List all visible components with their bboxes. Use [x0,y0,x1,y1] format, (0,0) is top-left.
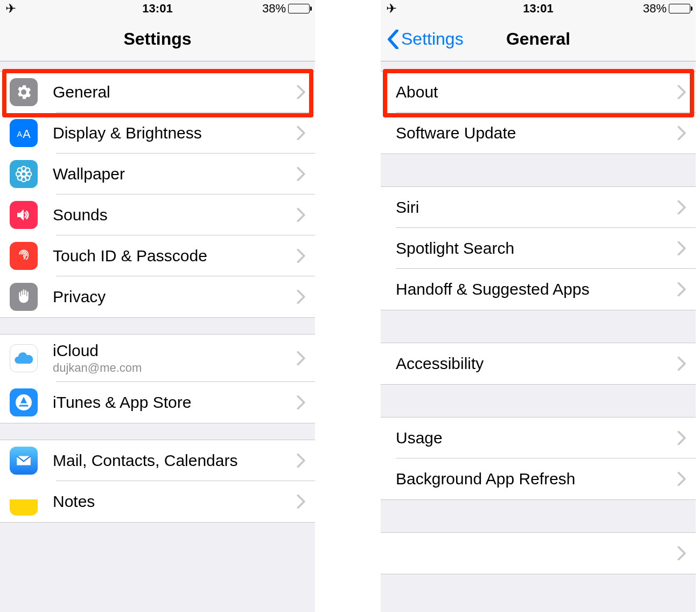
row-bg-refresh[interactable]: Background App Refresh [381,458,696,499]
row-siri[interactable]: Siri [381,187,696,228]
chevron-right-icon [677,85,686,99]
chevron-right-icon [297,208,305,222]
row-mail[interactable]: Mail, Contacts, Calendars [0,440,315,481]
airplane-mode-icon: ✈︎ [386,1,397,16]
nav-bar: Settings [0,17,315,61]
row-appstore[interactable]: iTunes & App Store [0,382,315,423]
row-label: Spotlight Search [396,239,677,258]
general-group-2: Siri Spotlight Search Handoff & Suggeste… [381,186,696,310]
battery-icon [288,4,310,13]
status-bar: ✈︎ 13:01 38% [381,0,696,17]
row-spotlight[interactable]: Spotlight Search [381,228,696,269]
battery-percentage: 38% [643,2,667,16]
notes-icon [10,488,38,516]
chevron-right-icon [677,431,686,445]
chevron-right-icon [677,200,686,214]
row-software-update[interactable]: Software Update [381,113,696,154]
row-privacy[interactable]: Privacy [0,276,315,317]
chevron-right-icon [297,126,305,140]
general-group-4: Usage Background App Refresh [381,417,696,500]
airplane-mode-icon: ✈︎ [5,1,16,16]
settings-screen: ✈︎ 13:01 38% Settings General AA Display [0,0,317,612]
row-notes[interactable]: Notes [0,481,315,522]
row-label: About [396,83,677,101]
status-time: 13:01 [523,2,553,16]
svg-text:A: A [23,127,31,141]
chevron-right-icon [297,290,305,304]
speaker-icon [10,201,38,229]
chevron-right-icon [677,546,686,560]
settings-group-1: General AA Display & Brightness Wallpape… [0,71,315,318]
row-display[interactable]: AA Display & Brightness [0,113,315,154]
gear-icon [10,78,38,106]
general-group-5 [381,532,696,574]
svg-point-2 [22,172,26,177]
row-touchid[interactable]: Touch ID & Passcode [0,235,315,276]
row-blank[interactable] [381,533,696,574]
chevron-right-icon [297,249,305,263]
chevron-right-icon [297,495,305,509]
row-about[interactable]: About [381,72,696,113]
flower-icon [10,160,38,188]
back-button[interactable]: Settings [387,29,464,49]
row-label: Siri [396,198,677,217]
settings-group-3: Mail, Contacts, Calendars Notes [0,440,315,523]
row-label: Software Update [396,124,677,142]
row-handoff[interactable]: Handoff & Suggested Apps [381,269,696,310]
mail-icon [10,447,38,475]
chevron-right-icon [677,282,686,296]
row-label: Privacy [53,288,297,306]
chevron-right-icon [297,454,305,468]
row-sounds[interactable]: Sounds [0,194,315,235]
status-bar: ✈︎ 13:01 38% [0,0,315,17]
row-accessibility[interactable]: Accessibility [381,343,696,384]
row-label: Notes [53,492,297,511]
chevron-right-icon [297,85,305,99]
chevron-right-icon [677,357,686,371]
battery-percentage: 38% [262,2,286,16]
chevron-right-icon [297,167,305,181]
row-label: Accessibility [396,354,677,373]
row-sublabel: dujkan@me.com [53,361,297,375]
chevron-right-icon [677,472,686,486]
row-label: iTunes & App Store [53,393,297,412]
row-label: Touch ID & Passcode [53,247,297,265]
row-label: Mail, Contacts, Calendars [53,451,297,470]
svg-text:A: A [17,130,22,138]
row-label: Handoff & Suggested Apps [396,280,677,298]
settings-group-2: iCloud dujkan@me.com iTunes & App Store [0,334,315,423]
row-label: Display & Brightness [53,124,297,142]
fingerprint-icon [10,242,38,270]
row-label: iCloud [53,342,297,360]
battery-icon [669,4,690,13]
row-wallpaper[interactable]: Wallpaper [0,154,315,194]
status-time: 13:01 [142,2,172,16]
page-title: Settings [123,29,191,49]
hand-icon [10,283,38,311]
row-label: Wallpaper [53,165,297,183]
chevron-right-icon [677,126,686,140]
chevron-right-icon [677,241,686,255]
row-label: General [53,83,297,101]
general-screen: ✈︎ 13:01 38% Settings General About Soft… [381,0,698,612]
row-label: Usage [396,429,677,447]
back-label: Settings [401,29,464,49]
screenshot-gap [317,0,381,612]
row-general[interactable]: General [0,72,315,113]
row-label: Background App Refresh [396,470,677,488]
row-label: Sounds [53,206,297,224]
appstore-icon [10,388,38,416]
row-usage[interactable]: Usage [381,418,696,458]
text-size-icon: AA [10,119,38,147]
nav-bar: Settings General [381,17,696,61]
row-icloud[interactable]: iCloud dujkan@me.com [0,335,315,382]
page-title: General [506,29,570,49]
general-group-1: About Software Update [381,71,696,154]
general-group-3: Accessibility [381,343,696,385]
cloud-icon [10,344,38,372]
chevron-right-icon [297,351,305,365]
chevron-right-icon [297,395,305,409]
